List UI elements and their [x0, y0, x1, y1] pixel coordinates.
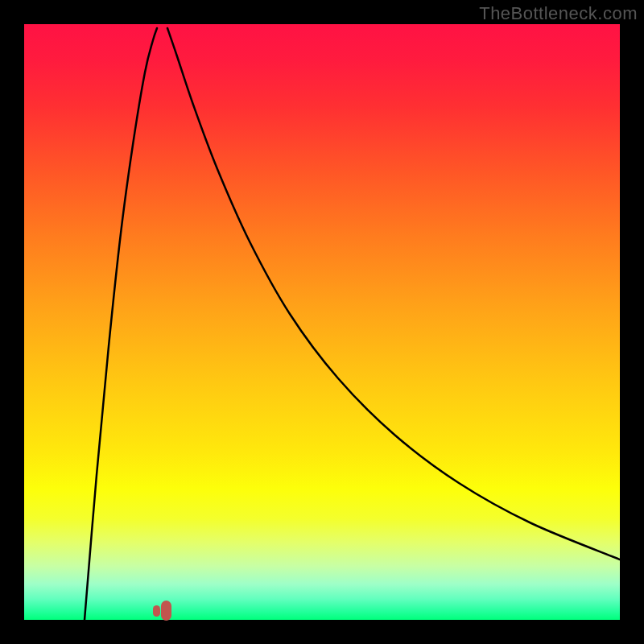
bottleneck-curve — [24, 24, 620, 620]
optimum-marker-hook — [161, 601, 171, 621]
watermark-text: TheBottleneck.com — [479, 3, 638, 24]
optimum-marker-dot — [153, 605, 160, 617]
plot-frame — [24, 24, 620, 620]
